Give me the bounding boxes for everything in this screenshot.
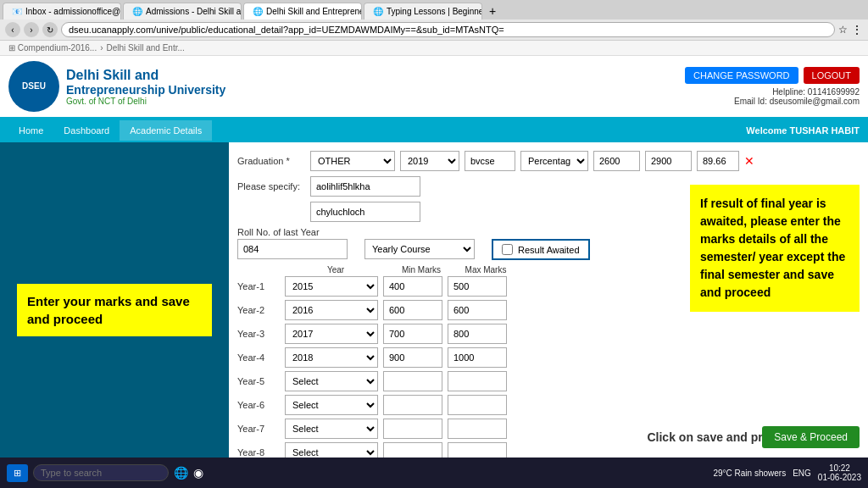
year-label-2: Year-3 [237, 329, 280, 339]
taskbar-icon-edge[interactable]: 🌐 [174, 466, 188, 480]
roll-no-label: Roll No. of last Year [237, 227, 348, 237]
year-select-1[interactable]: 2016 [285, 300, 378, 320]
year-label-6: Year-7 [237, 424, 280, 434]
year-select-4[interactable]: Select [285, 371, 378, 391]
sidebar: Enter your marks and save and proceed [0, 142, 229, 478]
min-marks-1[interactable] [383, 300, 442, 320]
min-marks-3[interactable] [383, 347, 442, 368]
university-name: Delhi Skill and Entrepreneurship Univers… [66, 68, 225, 106]
university-header: DSEU Delhi Skill and Entrepreneurship Un… [0, 56, 868, 119]
tab-typing[interactable]: 🌐 Typing Lessons | Beginner Wrap... ✕ [364, 3, 482, 19]
address-bar: ‹ › ↻ ☆ ⋮ [0, 19, 868, 41]
weather-text: 29°C Rain showers [713, 469, 786, 478]
result-awaited-tooltip: If result of final year is awaited, plea… [690, 185, 860, 312]
univ-line1: Delhi Skill and [66, 68, 225, 83]
tab-inbox[interactable]: 📧 Inbox - admissionoffice@dseu.a... ✕ [3, 3, 121, 19]
language-text: ENG [793, 469, 811, 478]
taskbar-left: ⊞ 🌐 ◉ [7, 464, 203, 482]
year-select[interactable]: 2019 [400, 151, 459, 171]
specify-input1[interactable] [310, 176, 420, 197]
year-select-6[interactable]: Select [285, 419, 378, 439]
breadcrumb-delhi: Delhi Skill and Entr... [107, 43, 185, 53]
year-row: Year-42018 [237, 347, 860, 368]
nav-dashboard[interactable]: Dashboard [53, 120, 120, 141]
new-tab-button[interactable]: + [484, 3, 501, 19]
max-marks-4[interactable] [448, 371, 507, 391]
graduation-row: Graduation * OTHER 2019 Percentage ✕ [237, 151, 860, 171]
year-row: Year-5Select [237, 371, 860, 391]
nav-academic-details[interactable]: Academic Details [120, 120, 212, 141]
address-input[interactable] [61, 22, 835, 37]
delete-icon[interactable]: ✕ [744, 154, 754, 168]
university-logo: DSEU Delhi Skill and Entrepreneurship Un… [8, 61, 225, 112]
roll-no-input[interactable] [237, 239, 348, 259]
tab-label: 🌐 [132, 7, 142, 16]
forward-button[interactable]: › [24, 22, 39, 37]
marks-type-select[interactable]: Percentage [520, 151, 588, 171]
nav-links: Home Dashboard Academic Details [8, 120, 212, 141]
result-awaited-box: Result Awaited [492, 239, 590, 260]
tab-admissions[interactable]: 🌐 Admissions - Delhi Skill and Entr... ✕ [123, 3, 242, 19]
min-marks-4[interactable] [383, 371, 442, 391]
min-marks-6[interactable] [383, 419, 442, 439]
header-right: CHANGE PASSWORD LOGOUT Helpline: 0114169… [685, 67, 860, 106]
specify-label: Please specify: [237, 181, 305, 191]
roll-no-section: Roll No. of last Year [237, 227, 348, 259]
save-proceed-button[interactable]: Save & Proceed [762, 426, 860, 448]
col-head-max: Max Marks [456, 265, 515, 274]
start-button[interactable]: ⊞ [7, 464, 28, 482]
taskbar-search-input[interactable] [33, 464, 169, 481]
course-input[interactable] [465, 151, 515, 171]
max-marks-3[interactable] [448, 347, 507, 368]
min-marks-2[interactable] [383, 324, 442, 344]
year-select-5[interactable]: Select [285, 395, 378, 415]
welcome-text: Welcome TUSHAR HABIT [746, 125, 860, 136]
max-marks-6[interactable] [448, 419, 507, 439]
back-button[interactable]: ‹ [5, 22, 20, 37]
header-buttons: CHANGE PASSWORD LOGOUT [685, 67, 860, 84]
taskbar-icon-chrome[interactable]: ◉ [193, 466, 203, 480]
form-area: Graduation * OTHER 2019 Percentage ✕ Ple… [229, 142, 868, 478]
total-marks-input[interactable] [593, 151, 640, 171]
tab-label: 🌐 [373, 7, 383, 16]
max-marks-2[interactable] [448, 324, 507, 344]
nav-bar: Home Dashboard Academic Details Welcome … [0, 119, 868, 142]
year-select-0[interactable]: 2015 [285, 276, 378, 297]
specify-input2[interactable] [310, 202, 420, 222]
min-marks-5[interactable] [383, 395, 442, 415]
browser-tabs: 📧 Inbox - admissionoffice@dseu.a... ✕ 🌐 … [0, 0, 868, 19]
year-select-2[interactable]: 2017 [285, 324, 378, 344]
year-label-4: Year-5 [237, 376, 280, 386]
tab-delhi-skill[interactable]: 🌐 Delhi Skill and Entrepreneurship... ✕ [243, 3, 362, 19]
graduation-select[interactable]: OTHER [310, 151, 395, 171]
breadcrumb: ⊞ Compendium-2016... › Delhi Skill and E… [0, 41, 868, 56]
refresh-button[interactable]: ↻ [42, 22, 58, 37]
univ-line2: Entrepreneurship University [66, 83, 225, 97]
nav-home[interactable]: Home [8, 120, 53, 141]
year-label-0: Year-1 [237, 281, 280, 291]
email-text: Email Id: dseusomile@gmail.com [685, 97, 860, 106]
time-text: 10:22 [818, 463, 861, 473]
percentage-input[interactable] [697, 151, 739, 171]
max-marks-0[interactable] [448, 276, 507, 297]
max-marks-5[interactable] [448, 395, 507, 415]
tab-title: Inbox - admissionoffice@dseu.a... [25, 7, 121, 16]
change-password-button[interactable]: CHANGE PASSWORD [685, 67, 798, 84]
taskbar: ⊞ 🌐 ◉ 29°C Rain showers ENG 10:22 01-06-… [0, 458, 868, 488]
course-type-select[interactable]: Yearly Course [364, 239, 475, 259]
col-head-year: Year [285, 265, 387, 274]
main-content: Enter your marks and save and proceed Gr… [0, 142, 868, 478]
logo-text: DSEU [22, 81, 46, 92]
result-awaited-checkbox[interactable] [502, 244, 513, 255]
max-marks-1[interactable] [448, 300, 507, 320]
year-select-3[interactable]: 2018 [285, 347, 378, 368]
tooltip-text: If result of final year is awaited, plea… [700, 197, 845, 299]
obtained-marks-input[interactable] [645, 151, 692, 171]
min-marks-0[interactable] [383, 276, 442, 297]
tab-title: Delhi Skill and Entrepreneurship... [266, 7, 362, 16]
settings-icon[interactable]: ⋮ [851, 23, 863, 36]
graduation-label: Graduation * [237, 156, 305, 166]
logout-button[interactable]: LOGOUT [804, 67, 860, 84]
bookmark-icon[interactable]: ☆ [838, 24, 848, 36]
col-head-min: Min Marks [392, 265, 451, 274]
